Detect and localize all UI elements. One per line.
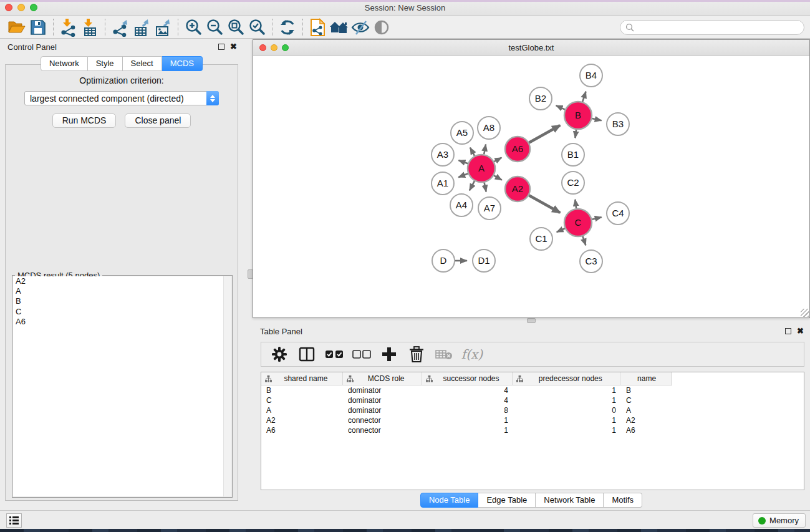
open-session-button[interactable] [6,17,27,37]
function-builder-button[interactable]: f(x) [460,344,483,365]
table-cell[interactable]: 1 [513,396,621,405]
tab-mcds[interactable]: MCDS [162,56,203,71]
graph-node-A[interactable]: A [468,155,495,182]
graph-edge-B-B4[interactable] [582,92,586,102]
table-row[interactable]: A6connector11A6 [261,425,804,435]
graph-node-B1[interactable]: B1 [562,143,584,166]
graph-edge-A-A3[interactable] [458,160,468,163]
table-cell[interactable]: B [261,386,343,395]
graph-edge-A-A8[interactable] [484,145,486,155]
graph-node-B3[interactable]: B3 [607,113,629,135]
export-table-button[interactable] [131,17,152,37]
table-cell[interactable]: 1 [422,426,513,435]
table-tab-network-table[interactable]: Network Table [536,493,604,508]
search-input[interactable] [637,22,799,32]
mcds-result-list[interactable]: A2ABCA6 [13,276,231,496]
graph-node-A6[interactable]: A6 [505,137,530,162]
column-header-name[interactable]: name [620,372,672,385]
table-cell[interactable]: A2 [261,416,343,425]
graph-node-C[interactable]: C [564,209,592,236]
table-cell[interactable]: dominator [343,396,422,405]
select-all-columns-button[interactable] [322,344,346,365]
table-cell[interactable]: 8 [422,406,513,415]
graph-edge-A-A7[interactable] [485,183,486,192]
table-tab-edge-table[interactable]: Edge Table [478,493,536,508]
window-resize-grip[interactable] [801,309,809,317]
run-mcds-button[interactable]: Run MCDS [52,114,117,128]
graph-edge-A-A2[interactable] [494,175,502,180]
float-panel-icon[interactable] [218,44,224,50]
graph-node-D1[interactable]: D1 [473,249,495,272]
table-row[interactable]: Bdominator41B [261,385,804,395]
graph-node-A4[interactable]: A4 [450,194,473,216]
graph-node-C3[interactable]: C3 [580,250,602,273]
import-table-button[interactable] [79,17,100,37]
graph-node-B[interactable]: B [564,102,592,129]
graph-node-A5[interactable]: A5 [451,122,473,144]
table-cell[interactable]: 1 [513,386,621,395]
column-header-predecessor-nodes[interactable]: predecessor nodes [513,372,620,385]
graph-node-C2[interactable]: C2 [562,172,584,194]
zoom-fit-button[interactable] [225,17,246,37]
table-tab-node-table[interactable]: Node Table [420,493,479,508]
zoom-selected-button[interactable] [246,17,268,37]
close-table-panel-icon[interactable]: ✖ [797,328,804,334]
graph-node-A8[interactable]: A8 [478,117,500,139]
network-canvas-svg[interactable]: B4B2BB3A5A8A6A3B1AA1C2A2A4A7C4CC1C3DD1 [253,56,809,317]
table-cell[interactable]: A6 [621,426,672,435]
table-cell[interactable]: 1 [513,426,621,435]
task-history-button[interactable] [6,513,22,528]
table-cell[interactable]: 0 [513,406,621,415]
graph-edge-A2-C[interactable] [529,195,560,213]
graph-edge-A6-B[interactable] [529,125,560,143]
table-cell[interactable]: dominator [343,406,422,415]
table-cell[interactable]: B [621,386,672,395]
tab-select[interactable]: Select [123,56,162,71]
table-tab-motifs[interactable]: Motifs [604,493,642,508]
split-view-button[interactable] [295,344,319,365]
table-cell[interactable]: 4 [422,396,513,405]
delete-table-button[interactable] [432,344,456,365]
table-cell[interactable]: A6 [261,426,343,435]
add-column-button[interactable] [377,344,401,365]
graph-edge-B-B2[interactable] [556,105,565,109]
export-image-button[interactable] [152,17,173,37]
float-table-panel-icon[interactable] [785,328,791,334]
memory-button[interactable]: Memory [753,513,806,528]
table-cell[interactable]: C [621,396,672,405]
table-settings-button[interactable] [268,344,291,365]
table-cell[interactable]: A2 [621,416,672,425]
home-button[interactable] [329,17,350,37]
graph-edge-A-A4[interactable] [470,181,475,190]
mcds-result-item[interactable]: A2 [13,276,231,286]
graph-node-A7[interactable]: A7 [478,197,501,220]
graph-edge-A-A1[interactable] [458,173,468,177]
graph-node-D[interactable]: D [432,249,455,272]
graph-edge-A-A6[interactable] [494,158,501,162]
graph-node-C4[interactable]: C4 [607,202,629,225]
zoom-in-button[interactable] [183,17,204,37]
table-cell[interactable]: dominator [343,386,422,395]
table-cell[interactable]: connector [343,426,422,435]
table-cell[interactable]: A [261,406,343,415]
close-panel-icon[interactable]: ✖ [230,44,237,50]
graph-edge-B-B3[interactable] [592,118,601,120]
graph-node-B4[interactable]: B4 [580,64,602,87]
apply-layout-button[interactable] [277,17,298,37]
mcds-result-item[interactable]: A [13,286,231,296]
import-network-button[interactable] [58,17,79,37]
table-cell[interactable]: 4 [422,386,513,395]
graph-edge-A-A5[interactable] [470,148,475,156]
search-field[interactable] [620,20,804,35]
deselect-all-columns-button[interactable] [350,344,374,365]
graph-node-A1[interactable]: A1 [432,172,454,195]
criterion-select[interactable]: largest connected component (directed) [24,91,219,105]
table-cell[interactable]: A [621,406,672,415]
close-panel-button[interactable]: Close panel [125,114,191,128]
save-session-button[interactable] [27,17,49,37]
result-scrollbar[interactable] [223,276,231,496]
hide-selected-button[interactable] [350,17,371,37]
mcds-result-item[interactable]: A6 [13,317,231,327]
table-row[interactable]: A2connector11A2 [261,415,804,425]
column-header-shared-name[interactable]: shared name [261,372,343,385]
